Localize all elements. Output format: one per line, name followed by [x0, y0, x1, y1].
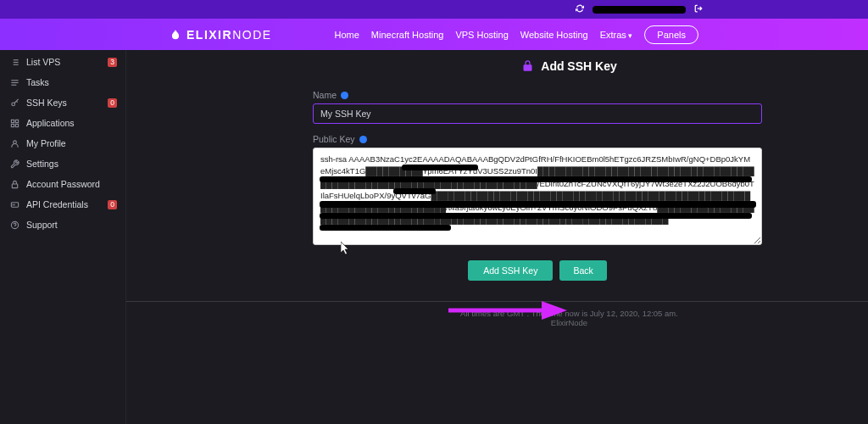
sidebar-item-list-vps[interactable]: List VPS 3 [0, 52, 125, 72]
page-title-text: Add SSH Key [541, 59, 616, 73]
brand-text: ELIXIRNODE [186, 28, 272, 42]
brand-logo[interactable]: ELIXIRNODE [170, 28, 334, 42]
info-icon[interactable] [359, 136, 367, 143]
add-ssh-key-button[interactable]: Add SSH Key [468, 260, 553, 281]
nav-home[interactable]: Home [334, 30, 359, 40]
logout-icon[interactable] [694, 4, 703, 14]
apps-icon [10, 119, 19, 128]
panels-button[interactable]: Panels [644, 25, 698, 44]
sidebar-item-ssh-keys[interactable]: SSH Keys 0 [0, 92, 125, 113]
sidebar-item-label: Account Password [26, 179, 100, 189]
sidebar-item-account-password[interactable]: Account Password [0, 174, 125, 194]
name-input[interactable] [313, 103, 762, 124]
profile-icon [10, 139, 19, 148]
badge: 3 [108, 58, 117, 67]
sidebar-item-label: List VPS [26, 57, 60, 67]
sidebar-item-label: My Profile [26, 138, 66, 148]
key-icon [10, 98, 19, 108]
svg-rect-12 [15, 124, 18, 126]
top-utility-bar [0, 0, 868, 19]
svg-rect-13 [11, 124, 14, 126]
page-title: Add SSH Key [321, 59, 817, 73]
publickey-label: Public Key [313, 134, 762, 144]
tasks-icon [10, 78, 19, 87]
sidebar-item-label: Tasks [26, 77, 49, 87]
sidebar-item-support[interactable]: Support [0, 215, 125, 235]
lock-icon [10, 180, 19, 189]
list-icon [10, 58, 19, 67]
sidebar-item-api-credentials[interactable]: API Credentials 0 [0, 194, 125, 215]
main-navbar: ELIXIRNODE Home Minecraft Hosting VPS Ho… [0, 19, 868, 50]
nav-links: Home Minecraft Hosting VPS Hosting Websi… [334, 25, 698, 44]
svg-rect-11 [15, 120, 18, 122]
sidebar-item-label: SSH Keys [26, 98, 67, 108]
badge: 0 [108, 200, 117, 209]
support-icon [10, 220, 19, 230]
sidebar-item-applications[interactable]: Applications [0, 113, 125, 133]
nav-minecraft[interactable]: Minecraft Hosting [371, 30, 444, 40]
sidebar-item-profile[interactable]: My Profile [0, 133, 125, 153]
sidebar-item-label: API Credentials [26, 199, 88, 209]
footer: All times are GMT . The time now is July… [321, 302, 817, 327]
svg-rect-15 [12, 184, 17, 188]
sidebar-item-settings[interactable]: Settings [0, 153, 125, 174]
nav-extras[interactable]: Extras [600, 30, 633, 40]
api-icon [10, 200, 19, 209]
sidebar-item-tasks[interactable]: Tasks [0, 72, 125, 92]
sidebar-item-label: Settings [26, 159, 58, 169]
lock-icon [521, 59, 534, 73]
wrench-icon [10, 159, 19, 169]
user-identity-redacted [593, 6, 686, 14]
name-label: Name [313, 90, 762, 100]
sidebar-item-label: Applications [26, 118, 75, 128]
sidebar: List VPS 3 Tasks SSH Keys 0 Applications… [0, 50, 126, 424]
refresh-icon[interactable] [576, 4, 584, 14]
sidebar-item-label: Support [26, 220, 58, 230]
flame-icon [170, 28, 181, 42]
nav-website[interactable]: Website Hosting [520, 30, 588, 40]
back-button[interactable]: Back [559, 260, 606, 281]
svg-rect-10 [11, 120, 14, 122]
info-icon[interactable] [341, 92, 348, 99]
badge: 0 [108, 98, 117, 108]
nav-vps[interactable]: VPS Hosting [455, 30, 508, 40]
